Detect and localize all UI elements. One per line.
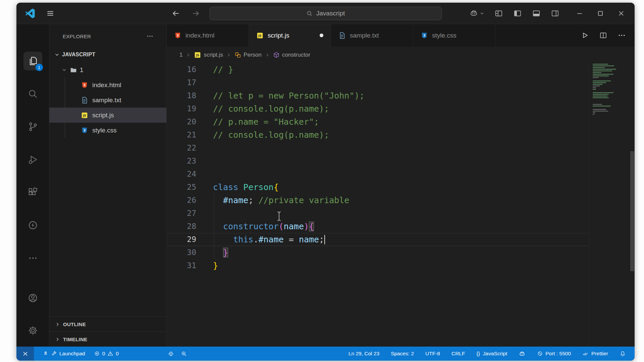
timeline-panel-header[interactable]: TIMELINE (49, 331, 166, 347)
folder-label: 1 (80, 66, 84, 74)
outline-panel-header[interactable]: OUTLINE (49, 316, 166, 331)
customize-layout-button[interactable] (494, 9, 503, 18)
line-number: 27 (167, 207, 196, 220)
breadcrumb-item-Person[interactable]: Person (234, 52, 262, 58)
toggle-primary-sidebar-button[interactable] (513, 9, 522, 18)
activity-bar: 1 (16, 24, 49, 347)
live-server-port[interactable]: Port : 5500 (537, 347, 571, 361)
minimap-line (593, 67, 605, 68)
back-button[interactable] (171, 9, 180, 18)
forward-button[interactable] (192, 9, 200, 18)
chevron-down-icon (54, 52, 60, 58)
copilot-menu-button[interactable] (469, 9, 484, 18)
file-item-script.js[interactable]: JS script.js (49, 108, 166, 123)
code-line-19[interactable]: 19// console.log(p.name); (167, 102, 589, 115)
scrollbar[interactable] (630, 63, 635, 347)
code-line-30[interactable]: 30 } (167, 246, 589, 259)
activity-search[interactable] (23, 84, 42, 103)
error-icon (94, 351, 100, 357)
file-item-style.css[interactable]: 3 style.css (49, 123, 166, 138)
code-line-22[interactable]: 22 (167, 141, 589, 155)
file-item-index.html[interactable]: 5 index.html (49, 77, 166, 93)
folder-item-1[interactable]: 1 (49, 62, 166, 77)
chevron-right-icon (55, 337, 60, 342)
chevron-down-icon (61, 67, 67, 73)
code-text: class Person{ (213, 181, 279, 194)
menu-button[interactable] (46, 9, 55, 18)
eol-sequence[interactable]: CRLF (451, 347, 465, 361)
tab-style.css[interactable]: 3 style.css (413, 24, 495, 47)
cursor-position[interactable]: Ln 29, Col 23 (348, 347, 379, 361)
notifications-bell[interactable] (620, 347, 626, 361)
activity-explorer[interactable]: 1 (23, 52, 42, 70)
code-line-24[interactable]: 24 (167, 168, 589, 181)
encoding[interactable]: UTF-8 (425, 347, 440, 361)
code-line-23[interactable]: 23 (167, 155, 589, 168)
close-button[interactable] (617, 9, 625, 17)
activity-run-debug[interactable] (23, 150, 42, 169)
activity-account[interactable] (23, 289, 42, 307)
breadcrumb-item-script.js[interactable]: JS script.js (194, 51, 223, 59)
tab-script.js[interactable]: JS script.js (249, 24, 331, 47)
maximize-button[interactable] (596, 9, 604, 17)
code-text: } (213, 259, 218, 272)
toggle-secondary-sidebar-button[interactable] (551, 9, 559, 18)
code-line-25[interactable]: 25class Person{ (167, 181, 589, 194)
code-line-28[interactable]: 28 constructor(name){ (167, 220, 589, 233)
search-icon (306, 10, 313, 17)
breadcrumb-item-1[interactable]: 1 (179, 52, 182, 58)
activity-source-control[interactable] (23, 117, 42, 136)
code-line-27[interactable]: 27 (167, 207, 589, 220)
minimize-button[interactable] (576, 9, 584, 17)
run-code-button[interactable] (581, 31, 589, 40)
minimap-line (593, 85, 600, 86)
code-line-20[interactable]: 20// p.name = "Hacker"; (167, 115, 589, 128)
toggle-panel-button[interactable] (532, 9, 541, 18)
split-editor-button[interactable] (599, 31, 607, 40)
minimap-line (593, 106, 611, 107)
chevron-down-icon (480, 11, 484, 16)
problems-button[interactable]: 0 0 (94, 347, 119, 361)
line-number: 17 (167, 76, 196, 89)
editor-more-actions-button[interactable] (618, 31, 626, 40)
indentation[interactable]: Spaces: 2 (391, 347, 414, 361)
line-number: 29 (167, 233, 196, 246)
command-center-search[interactable]: Javascript (209, 7, 442, 20)
section-header-javascript[interactable]: JAVASCRIPT (49, 46, 166, 62)
code-line-31[interactable]: 31} (167, 259, 589, 272)
remote-indicator[interactable] (16, 347, 34, 361)
minimap-line (593, 87, 596, 88)
txt-file-icon (338, 32, 346, 39)
code-line-17[interactable]: 17 (167, 76, 589, 89)
svg-text:3: 3 (423, 34, 425, 37)
js-file-icon: JS (81, 112, 88, 119)
svg-text:5: 5 (84, 83, 86, 87)
minimap[interactable] (589, 63, 630, 347)
code-line-29[interactable]: 29 this.#name = name; (167, 233, 589, 246)
zoom-button[interactable] (181, 347, 187, 361)
activity-extensions[interactable] (23, 183, 42, 202)
language-mode[interactable]: {} JavaScript (476, 347, 507, 361)
code-line-21[interactable]: 21// console.log(p.name); (167, 128, 589, 141)
tab-index.html[interactable]: 5 index.html (167, 24, 249, 47)
launchpad-button[interactable]: Launchpad (43, 347, 85, 361)
code-line-16[interactable]: 16// } (167, 63, 589, 76)
file-item-sample.txt[interactable]: sample.txt (49, 93, 166, 108)
code-line-26[interactable]: 26 #name; //private variable (167, 194, 589, 207)
scrollbar-thumb[interactable] (630, 151, 634, 271)
copilot-status[interactable] (519, 347, 526, 361)
breadcrumb-item-constructor[interactable]: constructor (273, 52, 310, 58)
js-file-icon: JS (256, 32, 264, 39)
activity-settings[interactable] (23, 321, 42, 340)
prettier-status[interactable]: Prettier (582, 347, 608, 361)
views-actions-button[interactable] (146, 33, 154, 40)
line-number: 18 (167, 89, 196, 102)
goto-live-button[interactable] (168, 347, 174, 361)
tab-sample.txt[interactable]: sample.txt (331, 24, 413, 47)
code-line-18[interactable]: 18// let p = new Person("John"); (167, 89, 589, 102)
activity-thunder-client[interactable] (23, 216, 42, 235)
rocket-icon (43, 351, 49, 357)
activity-more[interactable] (23, 249, 42, 267)
code-area[interactable]: 16// }1718// let p = new Person("John");… (167, 63, 589, 347)
chevron-right-icon (55, 321, 60, 327)
